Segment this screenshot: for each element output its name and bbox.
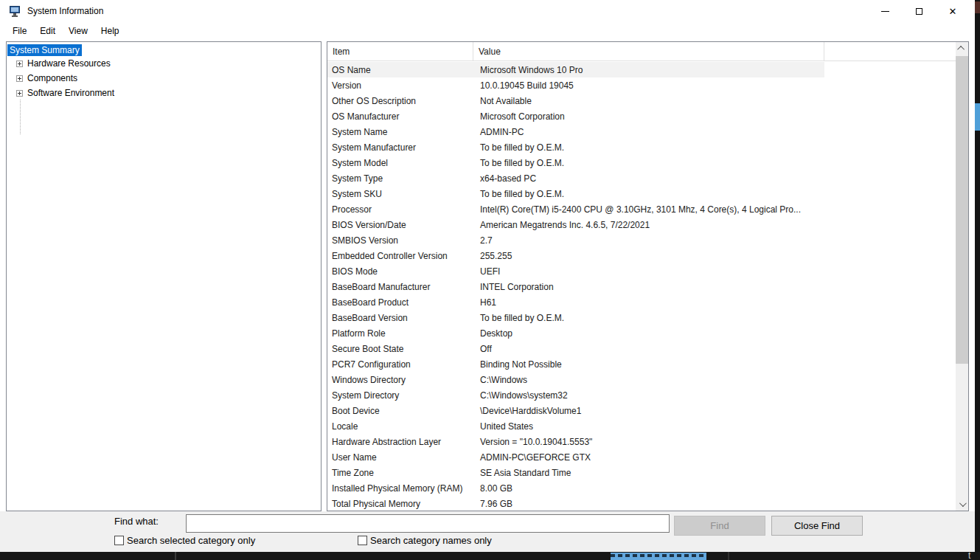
item-cell: Time Zone: [327, 468, 473, 478]
table-row[interactable]: Processor Intel(R) Core(TM) i5-2400 CPU …: [327, 201, 824, 217]
table-row[interactable]: System Name ADMIN-PC: [327, 124, 824, 139]
value-cell: ADMIN-PC\GEFORCE GTX: [473, 452, 824, 463]
search-selected-category-option[interactable]: Search selected category only: [114, 535, 255, 546]
item-cell: User Name: [327, 452, 473, 463]
table-row[interactable]: PCR7 Configuration Binding Not Possible: [327, 356, 824, 372]
tree-item[interactable]: Software Environment: [7, 86, 321, 100]
table-row[interactable]: Boot Device \Device\HarddiskVolume1: [327, 403, 824, 418]
table-row[interactable]: System Model To be filled by O.E.M.: [327, 155, 824, 170]
system-information-app-icon: [10, 5, 21, 17]
value-cell: Intel(R) Core(TM) i5-2400 CPU @ 3.10GHz,…: [473, 204, 824, 215]
expand-plus-icon[interactable]: [16, 61, 23, 67]
menu-item[interactable]: Help: [94, 24, 126, 38]
value-cell: C:\Windows\system32: [473, 390, 824, 401]
close-icon: ✕: [949, 7, 957, 16]
value-cell: Version = "10.0.19041.5553": [473, 437, 824, 447]
column-header-item[interactable]: Item: [327, 42, 473, 61]
column-header-value[interactable]: Value: [473, 42, 824, 61]
table-row[interactable]: Platform Role Desktop: [327, 325, 824, 341]
value-cell: Binding Not Possible: [473, 359, 824, 370]
system-information-window: System Information ✕ File Edit View Help…: [0, 0, 975, 552]
tree-item[interactable]: Components: [7, 71, 321, 86]
item-cell: Total Physical Memory: [327, 499, 473, 509]
table-row[interactable]: System Directory C:\Windows\system32: [327, 387, 824, 403]
tree-item[interactable]: Hardware Resources: [7, 56, 321, 71]
value-cell: 2.7: [473, 235, 824, 246]
value-cell: United States: [473, 421, 824, 432]
item-cell: Processor: [327, 204, 473, 215]
tree-item-system-summary[interactable]: System Summary: [7, 44, 82, 56]
table-row[interactable]: Installed Physical Memory (RAM) 8.00 GB: [327, 480, 824, 496]
find-button[interactable]: Find: [674, 516, 765, 536]
menu-item[interactable]: Edit: [33, 24, 62, 38]
table-row[interactable]: Hardware Abstraction Layer Version = "10…: [327, 434, 824, 449]
tree-item-label: Hardware Resources: [27, 58, 111, 69]
expand-plus-icon[interactable]: [16, 75, 23, 82]
table-row[interactable]: Locale United States: [327, 418, 824, 434]
value-cell: SE Asia Standard Time: [473, 468, 824, 478]
search-category-names-checkbox[interactable]: [358, 536, 367, 545]
table-row[interactable]: System SKU To be filled by O.E.M.: [327, 186, 824, 201]
item-cell: System Type: [327, 173, 473, 184]
item-cell: System Model: [327, 158, 473, 168]
item-cell: BaseBoard Product: [327, 297, 473, 308]
find-bar: Find what: Find Close Find Search select…: [0, 511, 975, 552]
background-fragment: [975, 103, 980, 131]
table-row[interactable]: Windows Directory C:\Windows: [327, 372, 824, 387]
value-cell: To be filled by O.E.M.: [473, 189, 824, 199]
minimize-button[interactable]: [868, 0, 902, 22]
window-controls: ✕: [868, 0, 970, 22]
item-cell: OS Name: [327, 65, 473, 75]
table-row[interactable]: BIOS Version/Date American Megatrends In…: [327, 217, 824, 232]
table-row[interactable]: System Manufacturer To be filled by O.E.…: [327, 139, 824, 155]
table-row[interactable]: System Type x64-based PC: [327, 170, 824, 186]
vertical-scrollbar[interactable]: [956, 42, 968, 511]
table-row[interactable]: Version 10.0.19045 Build 19045: [327, 77, 824, 93]
chevron-up-icon: [957, 46, 965, 53]
table-row[interactable]: Secure Boot State Off: [327, 341, 824, 356]
search-selected-category-checkbox[interactable]: [114, 536, 124, 545]
item-cell: System Directory: [327, 390, 473, 401]
value-cell: \Device\HarddiskVolume1: [473, 406, 824, 416]
item-cell: Installed Physical Memory (RAM): [327, 483, 473, 494]
maximize-button[interactable]: [902, 0, 936, 22]
table-row[interactable]: OS Manufacturer Microsoft Corporation: [327, 108, 824, 124]
list-rows: OS Name Microsoft Windows 10 Pro Version…: [327, 62, 956, 511]
find-input[interactable]: [186, 514, 670, 533]
item-cell: Embedded Controller Version: [327, 251, 473, 261]
search-selected-category-label: Search selected category only: [127, 535, 255, 546]
scroll-up-button[interactable]: [956, 42, 968, 55]
close-find-button[interactable]: Close Find: [771, 516, 863, 536]
tree-item-label: Software Environment: [27, 88, 114, 98]
item-cell: Locale: [327, 421, 473, 432]
item-cell: Windows Directory: [327, 375, 473, 385]
table-row[interactable]: SMBIOS Version 2.7: [327, 232, 824, 248]
expand-plus-icon[interactable]: [16, 90, 23, 97]
table-row[interactable]: Total Physical Memory 7.96 GB: [327, 496, 824, 511]
scrollbar-thumb[interactable]: [956, 56, 968, 364]
value-cell: To be filled by O.E.M.: [473, 142, 824, 153]
category-tree-pane: System Summary Hardware Resources Compon…: [6, 41, 322, 511]
scroll-down-button[interactable]: [956, 498, 968, 511]
menu-item[interactable]: File: [6, 24, 33, 38]
search-category-names-option[interactable]: Search category names only: [358, 535, 492, 546]
table-row[interactable]: BaseBoard Version To be filled by O.E.M.: [327, 310, 824, 325]
table-row[interactable]: BaseBoard Manufacturer INTEL Corporation: [327, 279, 824, 294]
minimize-icon: [881, 11, 889, 12]
table-row[interactable]: Time Zone SE Asia Standard Time: [327, 465, 824, 480]
item-cell: Other OS Description: [327, 96, 473, 106]
table-row[interactable]: OS Name Microsoft Windows 10 Pro: [327, 62, 824, 77]
table-row[interactable]: BIOS Mode UEFI: [327, 263, 824, 279]
background-right-strip: [975, 0, 980, 560]
item-cell: Secure Boot State: [327, 344, 473, 354]
value-cell: C:\Windows: [473, 375, 824, 385]
close-button[interactable]: ✕: [936, 0, 970, 22]
table-row[interactable]: Embedded Controller Version 255.255: [327, 248, 824, 263]
table-row[interactable]: BaseBoard Product H61: [327, 294, 824, 310]
table-row[interactable]: User Name ADMIN-PC\GEFORCE GTX: [327, 449, 824, 465]
table-row[interactable]: Other OS Description Not Available: [327, 93, 824, 108]
value-cell: Not Available: [473, 96, 824, 106]
item-cell: System Manufacturer: [327, 142, 473, 153]
taskbar-divider: [175, 552, 176, 560]
menu-item[interactable]: View: [62, 24, 94, 38]
